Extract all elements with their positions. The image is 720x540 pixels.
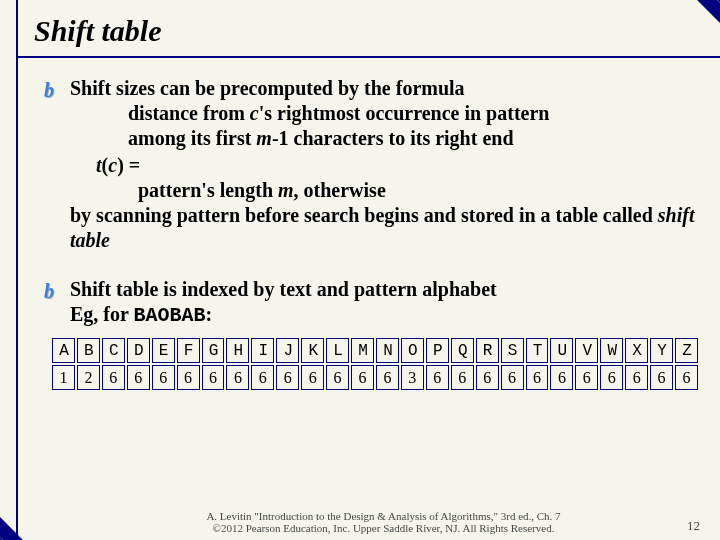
table-cell: K bbox=[301, 338, 324, 363]
table-cell: 6 bbox=[127, 365, 150, 390]
bullet-2-eg: Eg, for BAOBAB: bbox=[70, 302, 700, 328]
table-cell: J bbox=[276, 338, 299, 363]
table-cell: V bbox=[575, 338, 598, 363]
bullet-1-lead: Shift sizes can be precomputed by the fo… bbox=[70, 76, 700, 101]
slide-title: Shift table bbox=[0, 0, 720, 56]
table-cell: T bbox=[526, 338, 549, 363]
table-cell: 6 bbox=[226, 365, 249, 390]
table-cell: 3 bbox=[401, 365, 424, 390]
table-cell: 6 bbox=[351, 365, 374, 390]
bullet-icon: b bbox=[44, 78, 60, 253]
table-cell: 6 bbox=[600, 365, 623, 390]
table-cell: L bbox=[326, 338, 349, 363]
table-cell: 6 bbox=[251, 365, 274, 390]
bullet-1: b Shift sizes can be precomputed by the … bbox=[44, 76, 700, 253]
table-cell: 6 bbox=[102, 365, 125, 390]
table-cell: I bbox=[251, 338, 274, 363]
table-cell: S bbox=[501, 338, 524, 363]
bullet-1-indent3: pattern's length m, otherwise bbox=[138, 178, 700, 203]
table-cell: D bbox=[127, 338, 150, 363]
table-cell: A bbox=[52, 338, 75, 363]
table-cell: 6 bbox=[276, 365, 299, 390]
bullet-1-indent2: among its first m-1 characters to its ri… bbox=[128, 126, 700, 151]
bullet-2-text: Shift table is indexed by text and patte… bbox=[70, 277, 700, 328]
table-cell: Z bbox=[675, 338, 698, 363]
table-cell: Y bbox=[650, 338, 673, 363]
table-cell: 6 bbox=[625, 365, 648, 390]
slide-content: b Shift sizes can be precomputed by the … bbox=[44, 76, 700, 392]
table-cell: U bbox=[550, 338, 573, 363]
table-cell: 6 bbox=[526, 365, 549, 390]
table-cell: 6 bbox=[675, 365, 698, 390]
table-cell: M bbox=[351, 338, 374, 363]
table-cell: 6 bbox=[476, 365, 499, 390]
table-cell: 6 bbox=[177, 365, 200, 390]
bullet-2-lead: Shift table is indexed by text and patte… bbox=[70, 277, 700, 302]
bullet-1-tc: t(c) = bbox=[96, 153, 700, 178]
table-cell: 6 bbox=[326, 365, 349, 390]
table-cell: N bbox=[376, 338, 399, 363]
table-cell: 6 bbox=[451, 365, 474, 390]
table-cell: Q bbox=[451, 338, 474, 363]
corner-stripes-bottom-left bbox=[0, 468, 72, 540]
frame-top-line bbox=[16, 56, 720, 58]
table-cell: 6 bbox=[501, 365, 524, 390]
table-cell: P bbox=[426, 338, 449, 363]
table-cell: 6 bbox=[550, 365, 573, 390]
slide: Shift table b Shift sizes can be precomp… bbox=[0, 0, 720, 540]
bullet-1-tail: by scanning pattern before search begins… bbox=[70, 203, 700, 253]
footer: A. Levitin "Introduction to the Design &… bbox=[80, 510, 700, 534]
table-cell: G bbox=[202, 338, 225, 363]
table-cell: F bbox=[177, 338, 200, 363]
shift-table: A B C D E F G H I J K L M N O P Q R S T bbox=[50, 336, 700, 392]
page-number: 12 bbox=[687, 518, 700, 534]
table-cell: R bbox=[476, 338, 499, 363]
shift-table-values-row: 1 2 6 6 6 6 6 6 6 6 6 6 6 6 3 6 6 6 6 6 bbox=[52, 365, 698, 390]
table-cell: X bbox=[625, 338, 648, 363]
bullet-2: b Shift table is indexed by text and pat… bbox=[44, 277, 700, 328]
bullet-1-text: Shift sizes can be precomputed by the fo… bbox=[70, 76, 700, 253]
table-cell: 6 bbox=[575, 365, 598, 390]
table-cell: 6 bbox=[202, 365, 225, 390]
bullet-icon: b bbox=[44, 279, 60, 328]
table-cell: 6 bbox=[152, 365, 175, 390]
corner-stripes-top-right bbox=[648, 0, 720, 72]
table-cell: 6 bbox=[376, 365, 399, 390]
table-cell: 6 bbox=[301, 365, 324, 390]
footer-citation: A. Levitin "Introduction to the Design &… bbox=[206, 510, 560, 534]
table-cell: 2 bbox=[77, 365, 100, 390]
table-cell: 6 bbox=[650, 365, 673, 390]
table-cell: 1 bbox=[52, 365, 75, 390]
shift-table-labels-row: A B C D E F G H I J K L M N O P Q R S T bbox=[52, 338, 698, 363]
table-cell: W bbox=[600, 338, 623, 363]
table-cell: 6 bbox=[426, 365, 449, 390]
table-cell: C bbox=[102, 338, 125, 363]
table-cell: H bbox=[226, 338, 249, 363]
table-cell: O bbox=[401, 338, 424, 363]
table-cell: E bbox=[152, 338, 175, 363]
table-cell: B bbox=[77, 338, 100, 363]
frame-left-line bbox=[16, 0, 18, 540]
bullet-1-indent1: distance from c's rightmost occurrence i… bbox=[128, 101, 700, 126]
